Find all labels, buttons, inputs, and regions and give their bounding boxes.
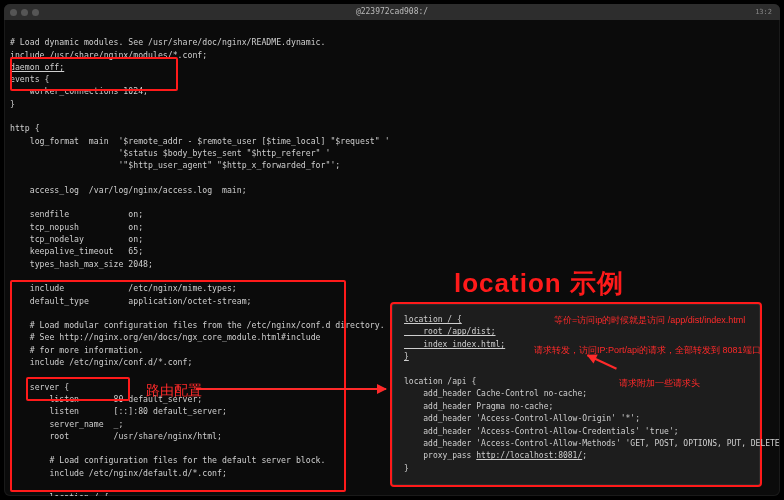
cfg-events: events { worker_connections 1024; } <box>10 74 148 109</box>
annotation-route: 路由配置 <box>146 380 202 401</box>
loc-api-open: location /api { <box>404 377 476 386</box>
hdr-pr: add_header Pragma no-cache; <box>404 402 553 411</box>
loc-root: location / { root /app/dist; index index… <box>404 315 505 361</box>
annotation-forward: 请求转发，访问IP:Port/api的请求，全部转发到 8081端口 <box>534 344 761 358</box>
annotation-equiv: 等价=访问ip的时候就是访问 /app/dist/index.html <box>554 314 745 328</box>
titlebar: @223972cad908:/ 13:2 <box>4 4 780 20</box>
cfg-http: http { log_format main '$remote_addr - $… <box>10 123 390 367</box>
arrow-icon <box>196 388 386 390</box>
callout-panel: location / { root /app/dist; index index… <box>390 302 762 487</box>
proxy-pre: proxy_pass <box>404 451 476 460</box>
window-title: @223972cad908:/ <box>4 6 780 18</box>
hdr-ac: add_header 'Access-Control-Allow-Credent… <box>404 427 679 436</box>
cfg-pre1: # Load dynamic modules. See /usr/share/d… <box>10 37 325 59</box>
clock-text: 13:2 <box>755 7 772 18</box>
callout-code: location / { root /app/dist; index index… <box>404 314 750 475</box>
proxy-url: http://localhost:8081/ <box>476 451 582 460</box>
hdr-cc: add_header Cache-Control no-cache; <box>404 389 587 398</box>
terminal-window: @223972cad908:/ 13:2 # Load dynamic modu… <box>4 4 780 496</box>
editor-content[interactable]: # Load dynamic modules. See /usr/share/d… <box>10 24 390 496</box>
close-brace: } <box>404 464 409 473</box>
semi: ; <box>582 451 587 460</box>
cfg-daemon: daemon off; <box>10 62 64 72</box>
annotation-addhdr: 请求附加一些请求头 <box>619 377 700 391</box>
hdr-ao: add_header 'Access-Control-Allow-Origin'… <box>404 414 640 423</box>
hdr-am: add_header 'Access-Control-Allow-Methods… <box>404 439 780 448</box>
section-heading: location 示例 <box>454 264 624 303</box>
